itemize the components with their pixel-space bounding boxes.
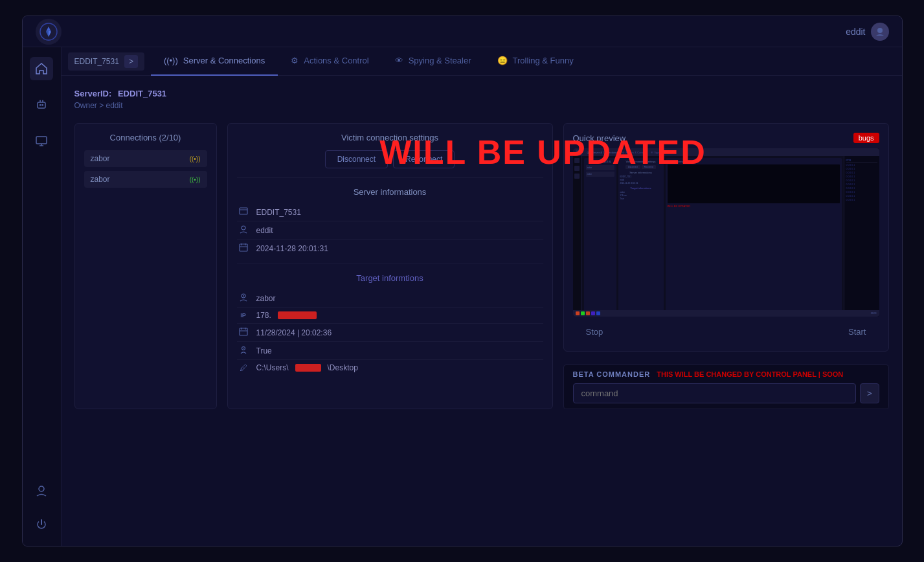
svg-rect-2 <box>38 102 45 108</box>
eye-icon: 👁 <box>395 56 403 65</box>
target-admin-value: True <box>256 346 272 355</box>
server-date-row: 2024-11-28 20:01:31 <box>237 240 543 257</box>
bugs-badge: bugs <box>853 133 879 143</box>
connection-item-1[interactable]: zabor ((•)) <box>84 150 207 167</box>
connection-signal-1: ((•)) <box>190 155 201 163</box>
cmd-row: > <box>573 383 879 403</box>
server-name-value: EDDIT_7531 <box>256 208 301 217</box>
target-username-value: zabor <box>256 294 276 303</box>
beta-commander-panel: BETA COMMANDER THIS WILL BE CHANGED BY C… <box>563 365 889 409</box>
chevron-button[interactable]: > <box>124 55 138 68</box>
path-icon: 🖊 <box>237 363 250 372</box>
beta-label: BETA COMMANDER <box>573 370 651 378</box>
ip-redacted <box>278 311 317 319</box>
ip-icon: IP <box>237 312 250 319</box>
sidebar-item-home[interactable] <box>30 57 53 80</box>
owner-icon <box>237 225 250 236</box>
avatar <box>871 23 889 41</box>
screen-preview: ((•)) Server & Connections ⚙ Actions & C… <box>573 148 879 317</box>
tab-trolling-label: Trolling & Funny <box>513 56 574 65</box>
server-owner-value: eddit <box>256 226 273 235</box>
target-path-row: 🖊 C:\Users\ \Desktop <box>237 360 543 376</box>
target-date-value: 11/28/2024 | 20:02:36 <box>256 328 332 337</box>
connection-signal-2: ((•)) <box>190 176 201 183</box>
start-button[interactable]: Start <box>848 327 866 337</box>
server-id-label: ServerID: <box>74 89 112 98</box>
tab-actions-label: Actions & Control <box>304 56 368 65</box>
tab-server-connections[interactable]: ((•)) Server & Connections <box>151 47 278 76</box>
admin-icon <box>237 345 250 356</box>
svg-rect-16 <box>240 244 247 251</box>
connection-item-2[interactable]: zabor ((•)) <box>84 171 207 188</box>
svg-point-21 <box>243 295 244 297</box>
server-pill: EDDIT_7531 > <box>68 52 144 71</box>
quick-preview-title: Quick preview <box>573 133 626 143</box>
connections-panel: Connections (2/10) zabor ((•)) zabor ((•… <box>74 123 217 409</box>
target-date-row: 11/28/2024 | 20:02:36 <box>237 324 543 342</box>
sidebar-item-monitor[interactable] <box>30 129 53 153</box>
page-content: ServerID: EDDIT_7531 Owner > eddit WILL … <box>62 76 902 546</box>
logo-icon <box>36 19 62 45</box>
target-admin-row: True <box>237 342 543 360</box>
target-calendar-icon <box>237 327 250 338</box>
server-id-line: ServerID: EDDIT_7531 <box>74 89 889 98</box>
stop-button[interactable]: Stop <box>586 327 603 337</box>
sidebar-item-power[interactable] <box>30 513 53 536</box>
sidebar-item-bots[interactable] <box>30 93 53 117</box>
svg-point-7 <box>39 100 41 102</box>
sidebar-item-user[interactable] <box>30 479 53 502</box>
main-layout: EDDIT_7531 > ((•)) Server & Connections … <box>23 47 902 546</box>
server-info-title: Server informations <box>237 187 543 197</box>
sidebar-bottom <box>30 479 53 536</box>
preview-header: Quick preview bugs <box>573 133 879 143</box>
path-redacted <box>295 364 321 372</box>
server-header: ServerID: EDDIT_7531 Owner > eddit <box>74 89 889 110</box>
tab-server-connections-label: Server & Connections <box>183 56 265 65</box>
tab-actions-control[interactable]: ⚙ Actions & Control <box>278 47 381 76</box>
cmd-send-button[interactable]: > <box>860 383 879 403</box>
svg-point-1 <box>877 28 883 33</box>
sidebar <box>23 47 62 546</box>
server-info-section: Server informations EDDIT_7531 <box>237 187 543 257</box>
connection-name-1: zabor <box>91 154 110 163</box>
svg-point-15 <box>242 226 245 230</box>
reconnect-button[interactable]: Reconnect <box>393 150 455 168</box>
target-info-section: Target informtions zabor IP 178. <box>237 273 543 376</box>
svg-rect-4 <box>42 104 44 106</box>
target-user-icon <box>237 293 250 304</box>
right-column: Quick preview bugs ((•)) Server & Connec… <box>563 123 889 409</box>
tab-server-connections-icon: ((•)) <box>164 56 178 65</box>
topbar-right: eddit <box>846 23 888 41</box>
svg-point-12 <box>39 486 44 491</box>
breadcrumb: Owner > eddit <box>74 101 889 110</box>
calendar-icon <box>237 243 250 254</box>
server-date-value: 2024-11-28 20:01:31 <box>256 244 328 253</box>
svg-point-27 <box>243 348 244 349</box>
divider-1 <box>237 177 543 178</box>
username-label: eddit <box>846 27 865 37</box>
face-icon: 😑 <box>497 56 508 65</box>
main-window: eddit <box>22 16 903 546</box>
beta-notice: THIS WILL BE CHANGED BY CONTROL PANEL | … <box>657 370 843 378</box>
connection-name-2: zabor <box>91 175 110 184</box>
svg-rect-3 <box>39 104 41 106</box>
tab-spying-stealer[interactable]: 👁 Spying & Stealer <box>382 47 484 76</box>
target-ip-row: IP 178. <box>237 308 543 324</box>
quick-preview-panel: Quick preview bugs ((•)) Server & Connec… <box>563 123 889 352</box>
connections-title: Connections (2/10) <box>84 133 207 142</box>
svg-rect-22 <box>240 328 247 335</box>
tab-trolling-funny[interactable]: 😑 Trolling & Funny <box>484 47 587 76</box>
target-path-suffix: \Desktop <box>328 363 358 372</box>
preview-controls: Stop Start <box>573 322 879 342</box>
svg-point-8 <box>42 100 43 102</box>
wrench-icon: ⚙ <box>291 56 299 65</box>
server-pill-id: EDDIT_7531 <box>74 57 119 66</box>
command-input[interactable] <box>573 383 856 403</box>
svg-rect-13 <box>240 208 247 214</box>
disconnect-button[interactable]: Disconnect <box>325 150 388 168</box>
beta-header: BETA COMMANDER THIS WILL BE CHANGED BY C… <box>573 370 879 378</box>
server-owner-row: eddit <box>237 221 543 240</box>
svg-rect-9 <box>36 137 47 144</box>
topbar: eddit <box>23 16 902 47</box>
tab-spying-label: Spying & Stealer <box>409 56 471 65</box>
